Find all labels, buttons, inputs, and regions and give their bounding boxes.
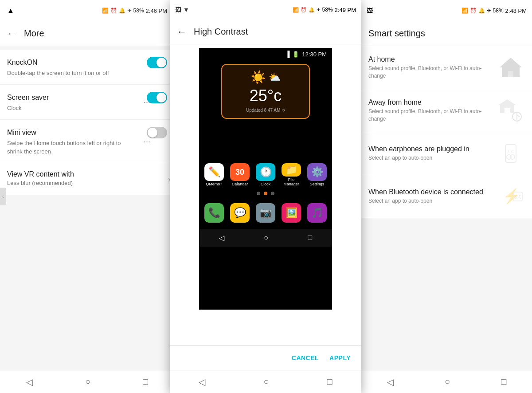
wifi-icon-left: ▲ — [7, 7, 14, 15]
back-nav-right[interactable]: ◁ — [387, 377, 394, 387]
dock-phone[interactable]: 📞 — [203, 201, 225, 224]
app-filemanager[interactable]: 📁 File Manager — [281, 163, 302, 186]
knockon-subtitle: Double-tap the screen to turn it on or o… — [7, 69, 136, 77]
status-bar-left: ▲ 📶 ⏰ 🔔 ✈ 58% 2:46 PM — [0, 0, 174, 21]
smart-item-away-title: Away from home — [368, 98, 497, 106]
smart-item-away[interactable]: Away from home Select sound profile, Blu… — [361, 89, 532, 132]
airplane-icon-left: ✈ — [127, 8, 132, 14]
screensaver-toggle[interactable] — [147, 92, 167, 103]
miniview-dots[interactable]: ··· — [144, 137, 150, 146]
app-clock[interactable]: 🕐 Clock — [255, 163, 276, 186]
center-panel: 🖼 ▼ 📶 ⏰ 🔔 ✈ 58% 2:49 PM ← High Contrast … — [170, 0, 361, 393]
right-panel: 🖼 📶 ⏰ 🔔 ✈ 58% 2:48 PM Smart settings At … — [361, 0, 532, 393]
at-home-icon — [497, 53, 525, 82]
smart-item-home[interactable]: At home Select sound profile, Bluetooth,… — [361, 46, 532, 89]
recents-nav-right[interactable]: □ — [501, 377, 506, 387]
smart-item-bluetooth-title: When Bluetooth device is connected — [368, 188, 497, 196]
house-icon-svg — [497, 54, 524, 81]
home-nav-right[interactable]: ○ — [445, 377, 450, 387]
vr-subtitle: Less blur (recommended) — [7, 179, 136, 187]
app-icon-img-clock: 🕐 — [256, 163, 275, 181]
smart-settings-list: At home Select sound profile, Bluetooth,… — [361, 46, 532, 218]
miniview-toggle[interactable] — [147, 127, 167, 138]
screensaver-subtitle: Clock — [7, 104, 136, 112]
phone-battery: 🔋 — [292, 51, 299, 58]
settings-item-knockon[interactable]: KnockON Double-tap the screen to turn it… — [0, 50, 174, 85]
left-edge-button[interactable]: ‹ — [0, 188, 6, 205]
back-nav-left[interactable]: ◁ — [26, 377, 33, 387]
alarm-icon-center: ⏰ — [301, 7, 307, 13]
time-left: 2:46 PM — [146, 8, 167, 14]
smart-item-bluetooth[interactable]: When Bluetooth device is connected Selec… — [361, 175, 532, 218]
svg-text:♪♫: ♪♫ — [514, 193, 522, 200]
airplane-icon-center: ✈ — [317, 7, 321, 13]
app-label-calendar: Calandar — [232, 182, 248, 186]
away-icon-svg — [497, 97, 524, 124]
settings-item-screensaver[interactable]: Screen saver ··· Clock — [0, 85, 174, 120]
apply-button[interactable]: APPLY — [329, 354, 351, 362]
notify-icon-left: 🔔 — [119, 8, 125, 14]
header-right: Smart settings — [361, 21, 532, 46]
dock-icon-messages: 💬 — [230, 203, 250, 223]
notify-icon-right: 🔔 — [478, 8, 485, 14]
time-right: 2:48 PM — [505, 8, 527, 14]
vr-title: View VR content with — [7, 170, 167, 178]
action-bar: CANCEL APPLY — [170, 345, 361, 370]
bottom-nav-left: ◁ ○ □ — [0, 370, 174, 393]
app-qmemo[interactable]: ✏️ QMemo+ — [203, 163, 225, 186]
photo-icon-center: 🖼 — [175, 6, 181, 13]
image-icon-right: 🖼 — [367, 7, 373, 14]
home-nav-center[interactable]: ○ — [263, 377, 269, 387]
settings-item-vr[interactable]: View VR content with Less blur (recommen… — [0, 163, 174, 195]
app-settings[interactable]: ⚙️ Settings — [306, 163, 328, 186]
sun-icon: ☀️ — [250, 70, 266, 85]
app-icon-img-filemanager: 📁 — [282, 163, 301, 177]
knockon-toggle[interactable] — [147, 57, 167, 68]
cancel-button[interactable]: CANCEL — [292, 354, 319, 362]
dock-icon-music: 🎵 — [307, 203, 327, 223]
airplane-icon-right: ✈ — [487, 8, 491, 14]
app-calendar[interactable]: 30 Calandar — [229, 163, 250, 186]
phone-time: 12:30 PM — [302, 51, 327, 58]
dock-icon-phone: 📞 — [204, 203, 224, 223]
weather-widget: ☀️ ⛅ 25°c Updated 8:47 AM ↺ — [221, 64, 310, 119]
back-arrow-center[interactable]: ← — [177, 26, 187, 38]
dock-row: 📞 💬 📷 🖼️ 🎵 — [199, 199, 332, 227]
phone-back-btn[interactable]: ◁ — [219, 234, 224, 242]
header-left-title: More — [24, 28, 44, 39]
recents-nav-center[interactable]: □ — [327, 377, 332, 387]
dock-gallery[interactable]: 🖼️ — [281, 201, 302, 224]
weather-icon-row: ☀️ ⛅ — [250, 70, 281, 85]
bottom-nav-center: ◁ ○ □ — [170, 370, 361, 393]
phone-recents-btn[interactable]: □ — [308, 234, 313, 242]
dot-3 — [271, 192, 274, 195]
dock-camera[interactable]: 📷 — [255, 201, 276, 224]
smart-item-earphones[interactable]: When earphones are plugged in Select an … — [361, 132, 532, 175]
home-spacer — [199, 126, 332, 161]
dot-1 — [257, 192, 260, 195]
status-icons-right: 📶 ⏰ 🔔 ✈ 58% 2:48 PM — [462, 8, 527, 14]
smart-item-away-text: Away from home Select sound profile, Blu… — [368, 98, 497, 123]
smart-item-earphones-title: When earphones are plugged in — [368, 145, 497, 153]
settings-item-miniview[interactable]: Mini view ··· Swipe the Home touch butto… — [0, 120, 174, 163]
knockon-title: KnockON — [7, 59, 37, 67]
phone-home-btn[interactable]: ○ — [264, 234, 268, 242]
settings-list-left: KnockON Double-tap the screen to turn it… — [0, 50, 174, 195]
home-nav-left[interactable]: ○ — [85, 377, 90, 387]
app-label-filemanager: File Manager — [281, 177, 302, 186]
signal-icon-right: 📶 — [462, 8, 468, 14]
battery-center: 58% — [322, 7, 333, 13]
miniview-title: Mini view — [7, 129, 36, 137]
status-icons-center: 🖼 ▼ — [175, 6, 189, 13]
phone-preview: ▐ 🔋 12:30 PM ☀️ ⛅ 25°c Updated 8:47 AM ↺… — [199, 48, 332, 310]
back-nav-center[interactable]: ◁ — [199, 377, 205, 387]
dock-messages[interactable]: 💬 — [229, 201, 250, 224]
recents-nav-left[interactable]: □ — [143, 377, 148, 387]
smart-item-home-title: At home — [368, 55, 497, 63]
header-right-title: Smart settings — [368, 28, 425, 39]
app-icon-img-calendar: 30 — [230, 163, 250, 181]
dot-2 — [264, 192, 267, 195]
dock-music[interactable]: 🎵 — [306, 201, 328, 224]
back-arrow-left[interactable]: ← — [7, 28, 17, 39]
smart-item-earphones-subtitle: Select an app to auto-open — [368, 154, 497, 162]
